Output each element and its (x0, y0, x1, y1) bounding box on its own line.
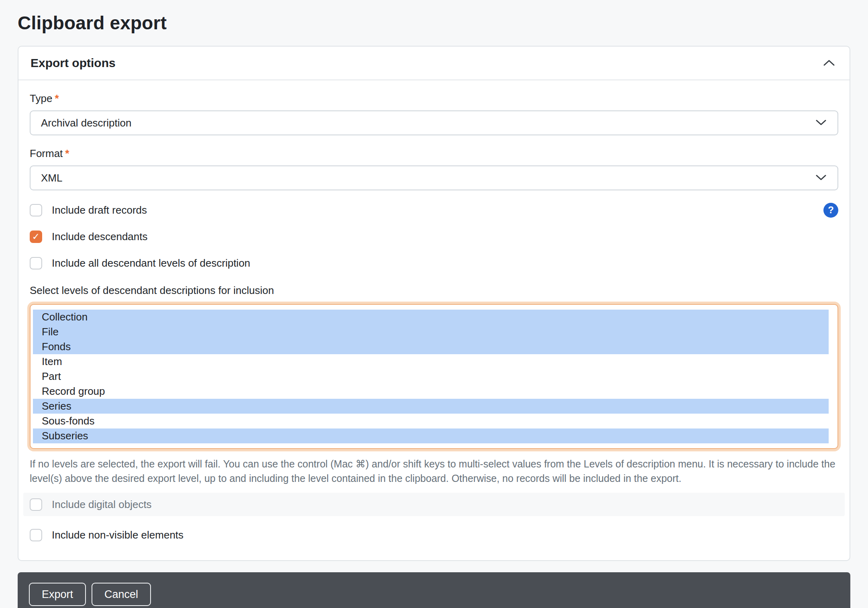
include-all-levels-checkbox[interactable] (30, 257, 42, 269)
level-option-series[interactable]: Series (33, 399, 829, 414)
include-non-visible-checkbox[interactable] (30, 529, 42, 541)
level-option-sous-fonds[interactable]: Sous-fonds (33, 414, 829, 428)
chevron-up-icon (822, 63, 836, 69)
format-select-value: XML (41, 172, 62, 184)
include-all-levels-label: Include all descendant levels of descrip… (52, 257, 250, 269)
chevron-down-icon (815, 117, 827, 129)
levels-select-label: Select levels of descendant descriptions… (30, 284, 838, 297)
include-draft-records-row: Include draft records ? (30, 202, 838, 218)
include-non-visible-control[interactable]: Include non-visible elements (30, 529, 183, 541)
include-digital-objects-control[interactable]: Include digital objects (30, 498, 152, 511)
level-option-fonds[interactable]: Fonds (33, 339, 829, 354)
format-select[interactable]: XML (30, 165, 838, 190)
include-draft-records-checkbox[interactable] (30, 204, 42, 216)
include-digital-objects-checkbox[interactable] (30, 498, 42, 511)
type-select[interactable]: Archival description (30, 110, 838, 135)
format-label-text: Format (30, 147, 63, 159)
format-field-label: Format* (30, 147, 838, 160)
cancel-button[interactable]: Cancel (92, 583, 151, 606)
collapse-panel-button[interactable] (821, 57, 837, 69)
required-marker: * (65, 147, 69, 159)
levels-help-text: If no levels are selected, the export wi… (30, 457, 838, 486)
export-options-panel: Export options Type* Archival descriptio… (18, 46, 850, 561)
clipboard-export-page: Clipboard export Export options Type* Ar… (0, 0, 868, 608)
type-field-label: Type* (30, 92, 838, 105)
include-descendants-row: Include descendants (30, 229, 838, 244)
level-option-part[interactable]: Part (33, 369, 829, 384)
export-options-header[interactable]: Export options (18, 47, 850, 80)
required-marker: * (55, 92, 59, 104)
include-descendants-checkbox[interactable] (30, 231, 42, 243)
include-digital-objects-strip: Include digital objects (23, 493, 845, 516)
include-all-levels-control[interactable]: Include all descendant levels of descrip… (30, 257, 250, 269)
include-descendants-label: Include descendants (52, 231, 148, 243)
panel-body: Type* Archival description Format* XML (18, 80, 850, 560)
export-button[interactable]: Export (29, 583, 86, 606)
include-draft-records-control[interactable]: Include draft records (30, 204, 147, 216)
page-title: Clipboard export (18, 12, 850, 34)
level-option-subseries[interactable]: Subseries (33, 428, 829, 443)
type-label-text: Type (30, 92, 52, 104)
type-select-value: Archival description (41, 117, 131, 129)
include-non-visible-label: Include non-visible elements (52, 529, 183, 541)
include-all-levels-row: Include all descendant levels of descrip… (30, 255, 838, 271)
level-option-collection[interactable]: Collection (33, 310, 829, 324)
include-non-visible-row: Include non-visible elements (30, 527, 838, 543)
help-icon[interactable]: ? (823, 203, 838, 218)
chevron-down-icon (815, 172, 827, 184)
level-option-item[interactable]: Item (33, 354, 829, 369)
level-option-file[interactable]: File (33, 324, 829, 339)
include-draft-records-label: Include draft records (52, 204, 147, 216)
include-digital-objects-row: Include digital objects (30, 497, 838, 512)
form-actions-bar: Export Cancel (18, 572, 850, 608)
include-digital-objects-label: Include digital objects (52, 498, 152, 511)
include-descendants-control[interactable]: Include descendants (30, 231, 148, 243)
level-option-record-group[interactable]: Record group (33, 384, 829, 399)
panel-title: Export options (31, 56, 116, 70)
levels-multiselect[interactable]: CollectionFileFondsItemPartRecord groupS… (30, 304, 838, 449)
